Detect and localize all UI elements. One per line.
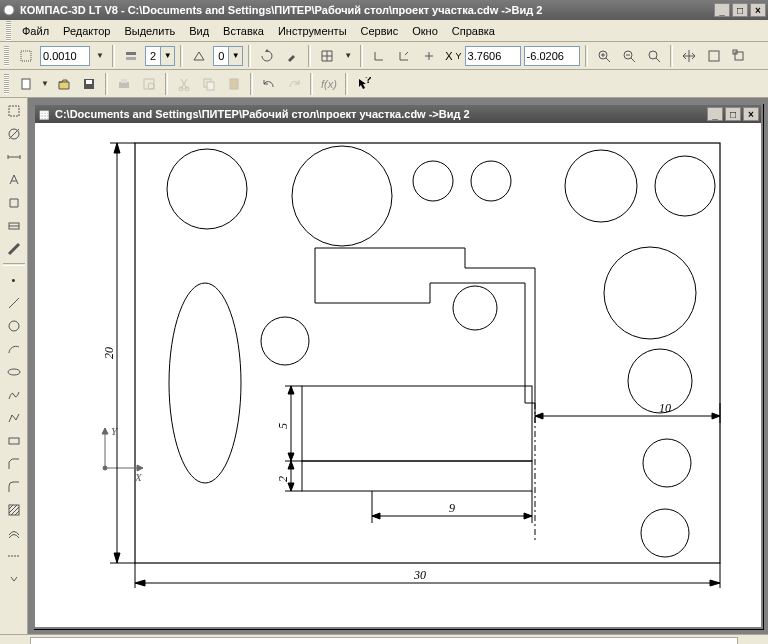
maximize-button[interactable]: □ [732, 3, 748, 17]
geometry-tool-icon[interactable] [3, 123, 25, 145]
menu-editor[interactable]: Редактор [57, 23, 116, 39]
point-tool-icon[interactable]: • [3, 269, 25, 291]
minimize-button[interactable]: _ [714, 3, 730, 17]
select-tool-icon[interactable] [3, 100, 25, 122]
svg-rect-14 [735, 52, 743, 60]
grid-dropdown-icon[interactable]: ▼ [341, 45, 355, 67]
toolbar-standard: ▼ f(x) ? [0, 70, 768, 98]
zoom-fit-icon[interactable] [703, 45, 725, 67]
coord-x-input[interactable] [465, 46, 521, 66]
lcs-icon[interactable] [393, 45, 415, 67]
svg-point-36 [9, 321, 19, 331]
menu-tools[interactable]: Инструменты [272, 23, 353, 39]
doc-maximize-button[interactable]: □ [725, 107, 741, 121]
cursor-help-icon[interactable]: ? [353, 73, 375, 95]
toolbar-grip[interactable] [6, 21, 11, 41]
rect-tool-icon[interactable] [3, 430, 25, 452]
line-tool-icon[interactable] [3, 292, 25, 314]
aux-tool-icon[interactable] [3, 545, 25, 567]
hatch-tool-icon[interactable] [3, 499, 25, 521]
chamfer-tool-icon[interactable] [3, 453, 25, 475]
menu-insert[interactable]: Вставка [217, 23, 270, 39]
preview-icon[interactable] [138, 73, 160, 95]
fx-icon[interactable]: f(x) [318, 73, 340, 95]
svg-rect-1 [21, 51, 31, 61]
more-tool-icon[interactable] [3, 568, 25, 590]
layer-states-icon[interactable] [188, 45, 210, 67]
state-combo[interactable]: 0▼ [213, 46, 243, 66]
menu-select[interactable]: Выделить [118, 23, 181, 39]
drawing-canvas[interactable]: Y X 30 [35, 123, 761, 627]
svg-point-50 [643, 439, 691, 487]
coord-toggle-icon[interactable] [418, 45, 440, 67]
dim-c: 9 [449, 501, 455, 515]
dimension-tool-icon[interactable] [3, 146, 25, 168]
menu-view[interactable]: Вид [183, 23, 215, 39]
grid-icon[interactable] [316, 45, 338, 67]
layer-icon[interactable] [120, 45, 142, 67]
cut-icon[interactable] [173, 73, 195, 95]
app-icon [2, 3, 16, 17]
svg-rect-26 [207, 82, 214, 90]
ellipse-tool-icon[interactable] [3, 361, 25, 383]
new-icon[interactable] [15, 73, 37, 95]
svg-rect-39 [9, 505, 19, 515]
undo-icon[interactable] [258, 73, 280, 95]
polyline-tool-icon[interactable] [3, 407, 25, 429]
svg-point-47 [655, 156, 715, 216]
save-icon[interactable] [78, 73, 100, 95]
zoom-in-icon[interactable] [593, 45, 615, 67]
zoom-scale-icon[interactable] [728, 45, 750, 67]
brush-icon[interactable] [281, 45, 303, 67]
arc-tool-icon[interactable] [3, 338, 25, 360]
coord-y-label-sup: Y [456, 51, 462, 61]
svg-rect-55 [302, 386, 532, 461]
svg-point-42 [167, 149, 247, 229]
menu-window[interactable]: Окно [406, 23, 444, 39]
print-icon[interactable] [113, 73, 135, 95]
zoom-out-icon[interactable] [618, 45, 640, 67]
menu-service[interactable]: Сервис [355, 23, 405, 39]
step-dropdown-icon[interactable]: ▼ [93, 45, 107, 67]
axis-y-label: Y [111, 425, 119, 437]
toolbar-grip[interactable] [4, 46, 9, 66]
doc-minimize-button[interactable]: _ [707, 107, 723, 121]
svg-line-12 [656, 58, 660, 62]
toolbar-grip[interactable] [4, 74, 9, 94]
axis-x-label: X [134, 471, 143, 483]
text-tool-icon[interactable] [3, 169, 25, 191]
refresh-icon[interactable] [256, 45, 278, 67]
coord-y-input[interactable] [524, 46, 580, 66]
layer-combo[interactable]: 2▼ [145, 46, 175, 66]
svg-rect-38 [9, 438, 19, 444]
fillet-tool-icon[interactable] [3, 476, 25, 498]
paste-icon[interactable] [223, 73, 245, 95]
spline-tool-icon[interactable] [3, 384, 25, 406]
param-input[interactable] [30, 637, 738, 645]
redo-icon[interactable] [283, 73, 305, 95]
svg-point-43 [292, 146, 392, 246]
edit-tool-icon[interactable] [3, 192, 25, 214]
title-bar: КОМПАС-3D LT V8 - C:\Documents and Setti… [0, 0, 768, 20]
circle-tool-icon[interactable] [3, 315, 25, 337]
dim-d: 10 [659, 401, 671, 415]
doc-close-button[interactable]: × [743, 107, 759, 121]
param-tool-icon[interactable] [3, 215, 25, 237]
menu-file[interactable]: Файл [16, 23, 55, 39]
new-dropdown-icon[interactable]: ▼ [40, 73, 50, 95]
svg-point-46 [565, 150, 637, 222]
offset-tool-icon[interactable] [3, 522, 25, 544]
toolbar-main: ▼ 2▼ 0▼ ▼ X Y [0, 42, 768, 70]
menu-bar: Файл Редактор Выделить Вид Вставка Инстр… [0, 20, 768, 42]
snap-icon[interactable] [15, 45, 37, 67]
open-icon[interactable] [53, 73, 75, 95]
copy-icon[interactable] [198, 73, 220, 95]
measure-tool-icon[interactable] [3, 238, 25, 260]
step-input[interactable] [40, 46, 90, 66]
svg-line-35 [9, 298, 19, 308]
ortho-icon[interactable] [368, 45, 390, 67]
pan-icon[interactable] [678, 45, 700, 67]
close-button[interactable]: × [750, 3, 766, 17]
menu-help[interactable]: Справка [446, 23, 501, 39]
zoom-window-icon[interactable] [643, 45, 665, 67]
